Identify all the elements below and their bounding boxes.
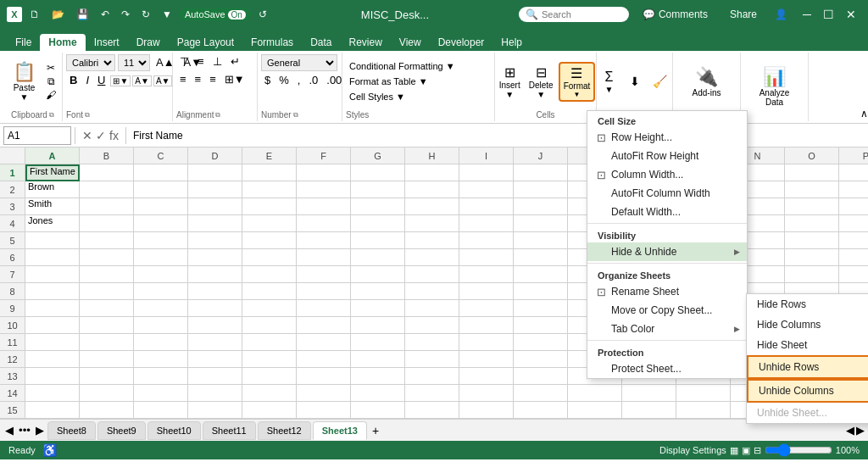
autosave-toggle[interactable]: AutoSave On — [180, 8, 251, 20]
unhide-columns-item[interactable]: Unhide Columns — [747, 379, 868, 403]
save-button[interactable]: 💾 — [72, 7, 93, 22]
borders-button[interactable]: ⊞▼ — [110, 75, 131, 86]
format-painter-button[interactable]: 🖌 — [43, 89, 58, 101]
sum-button[interactable]: Σ ▼ — [598, 68, 621, 96]
align-left-button[interactable]: ≡ — [176, 72, 190, 88]
name-box[interactable] — [3, 126, 71, 145]
insert-button[interactable]: ⊞ Insert ▼ — [496, 63, 524, 101]
col-header-o[interactable]: O — [785, 148, 839, 164]
wrap-text-button[interactable]: ↵ — [227, 54, 243, 70]
cell-h1[interactable] — [405, 164, 459, 181]
hide-sheet-item[interactable]: Hide Sheet — [747, 335, 868, 355]
default-width-item[interactable]: Default Width... — [587, 203, 747, 221]
delete-button[interactable]: ⊟ Delete ▼ — [526, 63, 557, 101]
autofit-row-height-item[interactable]: AutoFit Row Height — [587, 147, 747, 165]
cell-o1[interactable] — [785, 164, 839, 181]
more-button[interactable]: ▼ — [158, 7, 176, 22]
number-expand-icon[interactable]: ⧉ — [293, 111, 298, 120]
cell-h2[interactable] — [405, 181, 459, 198]
cell-b4[interactable] — [80, 215, 134, 232]
merge-button[interactable]: ⊞▼ — [221, 72, 248, 88]
display-settings[interactable]: Display Settings — [659, 445, 726, 455]
cell-o3[interactable] — [785, 198, 839, 215]
format-as-table-button[interactable]: Format as Table ▼ — [346, 75, 491, 88]
analyze-data-button[interactable]: 📊 AnalyzeData — [756, 64, 793, 109]
col-header-g[interactable]: G — [351, 148, 405, 164]
fill-button[interactable]: ⬇ — [623, 73, 647, 90]
col-header-b[interactable]: B — [80, 148, 134, 164]
cell-i4[interactable] — [459, 215, 514, 232]
cell-h4[interactable] — [405, 215, 459, 232]
profile-button[interactable]: 👤 — [771, 7, 792, 22]
cell-i2[interactable] — [459, 181, 514, 198]
font-size-dropdown[interactable]: 11 — [118, 54, 150, 71]
tab-data[interactable]: Data — [302, 34, 340, 51]
col-header-h[interactable]: H — [405, 148, 459, 164]
cell-a5[interactable] — [25, 232, 80, 249]
tab-sheet8[interactable]: Sheet8 — [47, 421, 96, 440]
col-header-f[interactable]: F — [297, 148, 351, 164]
fill-color-button[interactable]: A▼ — [132, 75, 152, 86]
alignment-expand-icon[interactable]: ⧉ — [215, 111, 220, 120]
underline-button[interactable]: U — [94, 73, 108, 89]
cell-b2[interactable] — [80, 181, 134, 198]
col-header-i[interactable]: I — [459, 148, 514, 164]
cell-b3[interactable] — [80, 198, 134, 215]
cell-c2[interactable] — [134, 181, 188, 198]
increase-decimal-button[interactable]: .0 — [305, 73, 321, 89]
format-button[interactable]: ☰ Format ▼ — [559, 62, 596, 102]
accounting-button[interactable]: $ — [261, 73, 274, 89]
align-center-button[interactable]: ≡ — [192, 72, 205, 88]
protect-sheet-item[interactable]: Protect Sheet... — [587, 359, 747, 378]
percent-button[interactable]: % — [275, 73, 292, 89]
close-button[interactable]: ✕ — [841, 4, 861, 25]
cell-f1[interactable] — [297, 164, 351, 181]
align-bottom-button[interactable]: ⊥ — [209, 54, 225, 70]
cell-e3[interactable] — [242, 198, 297, 215]
col-header-a[interactable]: A — [25, 148, 80, 164]
col-header-d[interactable]: D — [188, 148, 242, 164]
col-header-p[interactable]: P — [839, 148, 868, 164]
col-header-c[interactable]: C — [134, 148, 188, 164]
cell-p1[interactable] — [839, 164, 868, 181]
rename-sheet-item[interactable]: ⊡ Rename Sheet — [587, 282, 747, 301]
cell-j4[interactable] — [514, 215, 568, 232]
view-layout-icon[interactable]: ▣ — [742, 445, 750, 456]
cell-c4[interactable] — [134, 215, 188, 232]
scroll-tabs-dots[interactable]: ••• — [17, 422, 32, 438]
tab-view[interactable]: View — [391, 34, 430, 51]
cell-b1[interactable] — [80, 164, 134, 181]
ribbon-expand-button[interactable]: ∧ — [860, 108, 868, 120]
move-copy-sheet-item[interactable]: Move or Copy Sheet... — [587, 301, 747, 320]
view-normal-icon[interactable]: ▦ — [730, 445, 738, 456]
cell-a4[interactable]: Jones — [25, 215, 80, 232]
cell-g4[interactable] — [351, 215, 405, 232]
formula-input[interactable] — [130, 130, 865, 142]
cell-g3[interactable] — [351, 198, 405, 215]
search-input[interactable] — [542, 9, 618, 19]
hide-rows-item[interactable]: Hide Rows — [747, 294, 868, 314]
cell-e1[interactable] — [242, 164, 297, 181]
view-preview-icon[interactable]: ⊟ — [754, 445, 761, 456]
cell-d2[interactable] — [188, 181, 242, 198]
undo-button[interactable]: ↶ — [97, 7, 114, 22]
tab-page-layout[interactable]: Page Layout — [169, 34, 242, 51]
col-header-j[interactable]: J — [514, 148, 568, 164]
cell-d3[interactable] — [188, 198, 242, 215]
col-header-e[interactable]: E — [242, 148, 297, 164]
refresh-button[interactable]: ↺ — [254, 7, 271, 22]
scroll-tabs-right[interactable]: ▶ — [34, 422, 46, 438]
tab-sheet13[interactable]: Sheet13 — [313, 421, 367, 440]
scroll-tabs-left[interactable]: ◀ — [3, 422, 15, 438]
font-family-dropdown[interactable]: Calibri — [66, 54, 115, 71]
tab-developer[interactable]: Developer — [430, 34, 493, 51]
cut-button[interactable]: ✂ — [43, 62, 58, 74]
tab-sheet11[interactable]: Sheet11 — [203, 421, 256, 440]
cell-d4[interactable] — [188, 215, 242, 232]
tab-review[interactable]: Review — [340, 34, 390, 51]
align-middle-button[interactable]: ≡ — [194, 54, 208, 70]
add-ins-button[interactable]: 🔌 Add-ins — [689, 64, 725, 99]
cell-g1[interactable] — [351, 164, 405, 181]
italic-button[interactable]: I — [82, 73, 92, 89]
tab-sheet9[interactable]: Sheet9 — [97, 421, 146, 440]
